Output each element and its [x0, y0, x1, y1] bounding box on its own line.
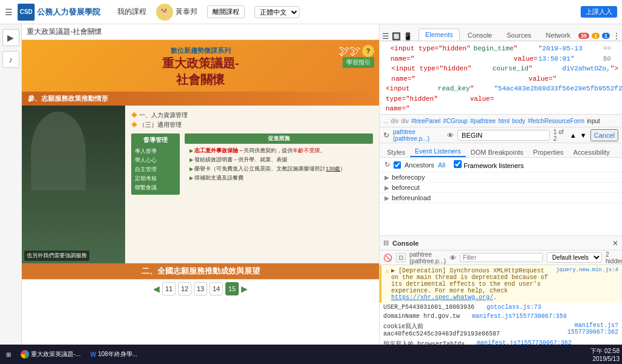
guidance-item-2: 帶人心心 [135, 156, 176, 165]
console-row-2: domainName hrd.gov.tw manifest.js?155773… [380, 312, 622, 321]
console-source-3: manifest.js?1557730067:362 [536, 322, 618, 337]
breadcrumb-input[interactable]: input [587, 118, 600, 124]
guidance-item-1: 專人督導 [135, 147, 176, 156]
start-button[interactable]: ⊞ [2, 350, 15, 359]
devtools-menu-icon[interactable]: ☰ [382, 32, 389, 41]
tab-styles[interactable]: Styles [382, 147, 410, 157]
title-line1: 重大政策議題- [162, 55, 239, 72]
tab-accessibility[interactable]: Accessibility [569, 147, 615, 157]
tab-network[interactable]: Network [539, 29, 577, 41]
title-line2: 社會關懷 [162, 72, 239, 88]
breadcrumb-html[interactable]: html [498, 118, 510, 124]
tab-elements[interactable]: Elements [419, 29, 460, 41]
code-line-3: <input type="hidden" name="read_key" val… [382, 84, 620, 114]
left-nav: ▶ ♪ [0, 24, 22, 345]
promo-item-4: 得補助支適及誤餐費 [185, 174, 373, 183]
breadcrumb-pathtree[interactable]: #pathtree [470, 118, 496, 124]
page-13-button[interactable]: 13 [194, 282, 207, 295]
console-row-4: 預定寫入的 browserTabIdx manifest.js?15577300… [380, 339, 622, 345]
log-level-select[interactable]: Default levels [547, 252, 602, 263]
forward-nav-button[interactable]: ▶ [2, 29, 19, 46]
guidance-col: 督導管理 專人督導 帶人心心 自主管理 定期考核 聯繫會議 [131, 133, 180, 195]
chrome-label: 重大政策英議題-... [31, 350, 81, 359]
devtools-inspect-icon[interactable]: 🔲 [392, 32, 401, 41]
word-taskbar-button[interactable]: W 108年終身學... [87, 349, 141, 360]
breadcrumb-treepanel[interactable]: #treePanel [411, 118, 440, 124]
word-icon: W [91, 351, 96, 358]
search-input[interactable] [457, 130, 550, 141]
tab-console[interactable]: Console [461, 29, 499, 41]
page-14-button[interactable]: 14 [210, 282, 223, 295]
search-count: 1 of 2 [553, 129, 566, 142]
leave-course-button[interactable]: 離開課程 [207, 5, 245, 18]
top-nav: 我的課程 🐕 黃泰邦 離開課程 正體中文 [117, 4, 299, 21]
console-close-button[interactable]: ✕ [612, 239, 618, 248]
site-logo: CSD 公務人力發展學院 [18, 4, 100, 21]
nav-my-course[interactable]: 我的課程 [117, 7, 146, 17]
page-15-button[interactable]: 15 [225, 282, 239, 295]
music-nav-button[interactable]: ♪ [2, 51, 19, 68]
hero-banner: 數位新趨勢微課系列 重大政策議題- 社會關懷 🕊🕊 ? 學習指引 [22, 40, 379, 92]
avatar: 🐕 [156, 4, 173, 21]
page-next-button[interactable]: ▶ [241, 284, 248, 294]
console-text-1: USER_P5443031601_10003936 [383, 304, 474, 311]
bullet-1: 一、人力資源管理 [131, 110, 373, 120]
menu-icon[interactable]: ☰ [5, 7, 13, 17]
refresh-small-icon[interactable]: ↻ [384, 161, 390, 169]
search-down-icon[interactable]: ▼ [580, 132, 587, 139]
bullet-2: （三）通用管理 [131, 120, 373, 130]
console-output: ⚠ ▶ [Deprecation] Synchronous XMLHttpReq… [380, 265, 622, 345]
cancel-button[interactable]: Cancel [590, 129, 618, 141]
promo-item-2: 發給績效證明書－供升學、就業、表揚 [185, 155, 373, 164]
page-11-button[interactable]: 11 [162, 282, 176, 295]
sub-section-title: 二、全國志願服務推動成效與展望 [142, 266, 260, 277]
ancestors-checkbox[interactable] [394, 161, 401, 169]
main-title: 重大政策議題- 社會關懷 [162, 55, 239, 88]
tab-dom-breakpoints[interactable]: DOM Breakpoints [466, 147, 528, 157]
promo-item-3: 榮譽卡（可免費進入公立風景區、文教設施康樂場所計139處） [185, 164, 373, 174]
eye-console-icon[interactable]: 👁 [449, 254, 456, 261]
console-source-4: manifest.js?1557730067:362 [477, 340, 572, 345]
breadcrumb-fetchresourceform[interactable]: #fetchResourceForm [528, 118, 584, 124]
chrome-taskbar-button[interactable]: 重大政策英議題-... [17, 349, 84, 360]
console-text-3: cookie寫入前 aac40fe6c5245c39483df29193e865… [383, 322, 524, 337]
course-header: 重大政策議題-社會關懷 [22, 24, 379, 40]
breadcrumb-bar: ... div div #treePanel #CGroup #pathtree… [380, 114, 622, 127]
promo-bullets: 志工意外事故保險－共同供應契約，提供年齡不受限。 發給績效證明書－供升學、就業、… [185, 146, 373, 183]
deprecation-link[interactable]: https://xhr.spec.whatwg.org/ [391, 294, 493, 301]
breadcrumb-cgroup[interactable]: #CGroup [443, 118, 468, 124]
top-bar-right: 上課人入 [581, 6, 617, 18]
tab-properties[interactable]: Properties [528, 147, 569, 157]
pathtree-link[interactable]: pathtree (pathtree.p...) [393, 129, 443, 142]
search-up-icon[interactable]: ▲ [570, 132, 576, 139]
tab-event-listeners[interactable]: Event Listeners [410, 146, 466, 157]
console-filter-input[interactable] [460, 253, 543, 262]
devtools-mobile-icon[interactable]: 📱 [403, 32, 412, 41]
ancestors-row: ↻ Ancestors All Framework listeners [380, 158, 622, 172]
console-clear-icon[interactable]: 🚫 [383, 254, 392, 262]
video-caption: 也另外我們需要強調服務 [24, 251, 89, 261]
refresh-icon[interactable]: ↻ [383, 131, 389, 140]
framework-checkbox[interactable] [454, 160, 462, 168]
signup-label[interactable]: 上課人入 [581, 6, 617, 18]
language-select[interactable]: 正體中文 [255, 6, 299, 18]
eye-icon[interactable]: 👁 [447, 132, 454, 139]
tab-sources[interactable]: Sources [500, 29, 538, 41]
console-source-2: manifest.js?1557730067:359 [472, 313, 567, 320]
org-name: 公務人力發展學院 [37, 7, 100, 18]
ancestors-all[interactable]: All [438, 161, 445, 169]
info-badge: 1 [602, 33, 610, 39]
date-display: 2019/5/13 [590, 356, 620, 362]
breadcrumb: 重大政策議題-社會關懷 [27, 27, 102, 37]
console-icon: ⊟ [383, 239, 389, 247]
devtools-more-icon[interactable]: ⋮ [612, 31, 621, 41]
page-12-button[interactable]: 12 [178, 282, 191, 295]
pathtree-label[interactable]: pathtree (pathtree.p...) [409, 251, 446, 265]
slide-area: 也另外我們需要強調服務 一、人力資源管理 （三）通用管理 督導管理 專人督導 [22, 106, 379, 263]
page-prev-button[interactable]: ◀ [153, 284, 160, 294]
help-icon[interactable]: ? [362, 45, 374, 57]
warning-badge: 1 [592, 33, 600, 39]
event-row-beforecopy: ▶ beforecopy [380, 172, 622, 183]
breadcrumb-body[interactable]: body [512, 118, 525, 124]
taskbar: ⊞ 重大政策英議題-... W 108年終身學... 下午 02:58 2019… [0, 345, 622, 364]
